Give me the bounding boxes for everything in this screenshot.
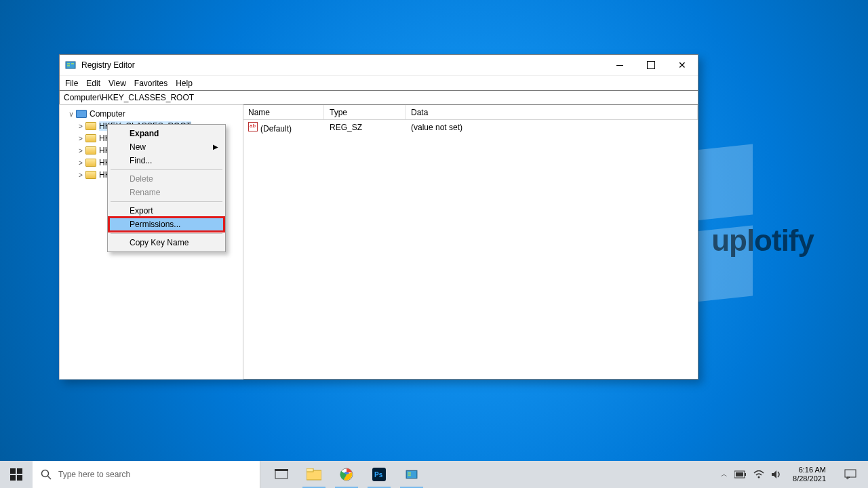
task-view-button[interactable]: [266, 461, 297, 488]
expand-icon[interactable]: >: [76, 123, 85, 130]
svg-rect-22: [745, 473, 746, 476]
svg-rect-13: [307, 468, 313, 472]
svg-rect-23: [736, 472, 743, 476]
ctx-delete: Delete: [109, 172, 224, 186]
ctx-rename: Rename: [109, 186, 224, 199]
taskbar-regedit[interactable]: [396, 461, 427, 488]
svg-point-24: [758, 476, 760, 479]
svg-rect-1: [67, 63, 70, 64]
svg-marker-27: [847, 477, 850, 479]
menu-view[interactable]: View: [108, 79, 126, 88]
svg-rect-11: [275, 469, 288, 471]
tree-label: Computer: [90, 109, 125, 119]
notification-icon: [844, 469, 856, 480]
start-button[interactable]: [0, 461, 33, 488]
volume-icon[interactable]: [771, 470, 782, 479]
svg-rect-4: [10, 468, 16, 474]
svg-rect-3: [71, 63, 74, 64]
svg-rect-6: [10, 475, 16, 481]
svg-point-8: [42, 470, 49, 477]
clock-date: 8/28/2021: [793, 474, 826, 483]
titlebar[interactable]: Registry Editor ✕: [60, 55, 698, 75]
taskbar-search[interactable]: Type here to search: [33, 461, 260, 488]
minimize-button[interactable]: [604, 55, 635, 75]
close-button[interactable]: ✕: [667, 55, 698, 75]
system-tray: ︿ 6:16 AM 8/28/2021: [721, 461, 868, 488]
svg-marker-25: [772, 470, 776, 479]
wifi-icon[interactable]: [753, 470, 764, 479]
string-value-icon: [248, 122, 258, 131]
menu-help[interactable]: Help: [176, 79, 193, 88]
values-list-pane[interactable]: Name Type Data (Default) REG_SZ (value n…: [243, 105, 698, 379]
menu-file[interactable]: File: [65, 79, 78, 88]
collapse-icon[interactable]: v: [66, 110, 76, 118]
svg-rect-19: [408, 472, 411, 474]
ctx-permissions[interactable]: Permissions...: [109, 218, 224, 231]
tray-overflow-icon[interactable]: ︿: [721, 470, 728, 479]
expand-icon[interactable]: >: [76, 147, 85, 155]
svg-rect-10: [275, 470, 288, 479]
battery-icon[interactable]: [734, 470, 747, 479]
expand-icon[interactable]: >: [76, 171, 85, 179]
submenu-arrow-icon: ▶: [213, 143, 218, 150]
clock-time: 6:16 AM: [793, 466, 826, 474]
taskbar: Type here to search Ps ︿ 6:16 AM 8/28/20…: [0, 461, 868, 488]
value-name: (Default): [260, 124, 292, 134]
svg-rect-20: [408, 474, 411, 476]
ctx-expand[interactable]: Expand: [109, 127, 224, 140]
ctx-copy-key-name[interactable]: Copy Key Name: [109, 236, 224, 249]
folder-icon: [85, 122, 96, 130]
ctx-export[interactable]: Export: [109, 204, 224, 218]
ctx-new[interactable]: New▶: [109, 140, 224, 154]
list-row[interactable]: (Default) REG_SZ (value not set): [243, 120, 698, 135]
photoshop-icon: Ps: [372, 468, 386, 481]
taskbar-explorer[interactable]: [298, 461, 330, 488]
taskbar-chrome[interactable]: [331, 461, 362, 488]
value-type: REG_SZ: [324, 121, 406, 134]
ctx-find[interactable]: Find...: [109, 154, 224, 167]
file-explorer-icon: [307, 468, 321, 481]
taskbar-photoshop[interactable]: Ps: [363, 461, 395, 488]
regedit-app-icon: [65, 60, 76, 70]
search-icon: [41, 469, 52, 480]
list-header: Name Type Data: [243, 105, 698, 120]
col-header-type[interactable]: Type: [324, 105, 406, 119]
svg-rect-2: [67, 65, 70, 66]
value-data: (value not set): [406, 121, 698, 134]
task-view-icon: [275, 469, 288, 480]
col-header-name[interactable]: Name: [243, 105, 324, 119]
menu-edit[interactable]: Edit: [86, 79, 100, 88]
expand-icon[interactable]: >: [76, 159, 85, 167]
menubar: File Edit View Favorites Help: [60, 75, 698, 90]
watermark-text: uplotify: [711, 224, 814, 258]
svg-rect-26: [845, 470, 856, 477]
address-bar[interactable]: Computer\HKEY_CLASSES_ROOT: [60, 90, 698, 105]
folder-icon: [85, 134, 96, 142]
search-placeholder: Type here to search: [58, 470, 130, 479]
col-header-data[interactable]: Data: [406, 105, 698, 119]
svg-rect-7: [17, 475, 22, 481]
svg-text:Ps: Ps: [374, 471, 383, 479]
computer-icon: [76, 110, 87, 118]
ctx-new-label: New: [130, 142, 146, 152]
action-center-button[interactable]: [837, 461, 864, 488]
svg-line-9: [48, 476, 52, 480]
chrome-icon: [340, 468, 353, 481]
expand-icon[interactable]: >: [76, 135, 85, 142]
window-title: Registry Editor: [81, 60, 135, 70]
folder-icon: [85, 159, 96, 167]
maximize-button[interactable]: [635, 55, 667, 75]
tree-node-computer[interactable]: v Computer: [61, 108, 239, 120]
ctx-separator: [111, 233, 222, 234]
ctx-separator: [111, 201, 222, 202]
folder-icon: [85, 171, 96, 179]
context-menu: Expand New▶ Find... Delete Rename Export…: [107, 124, 226, 252]
menu-favorites[interactable]: Favorites: [134, 79, 167, 88]
regedit-icon: [406, 468, 418, 481]
ctx-separator: [111, 169, 222, 170]
svg-rect-5: [17, 468, 22, 474]
folder-icon: [85, 146, 96, 155]
windows-start-icon: [10, 468, 22, 481]
taskbar-clock[interactable]: 6:16 AM 8/28/2021: [789, 466, 830, 483]
